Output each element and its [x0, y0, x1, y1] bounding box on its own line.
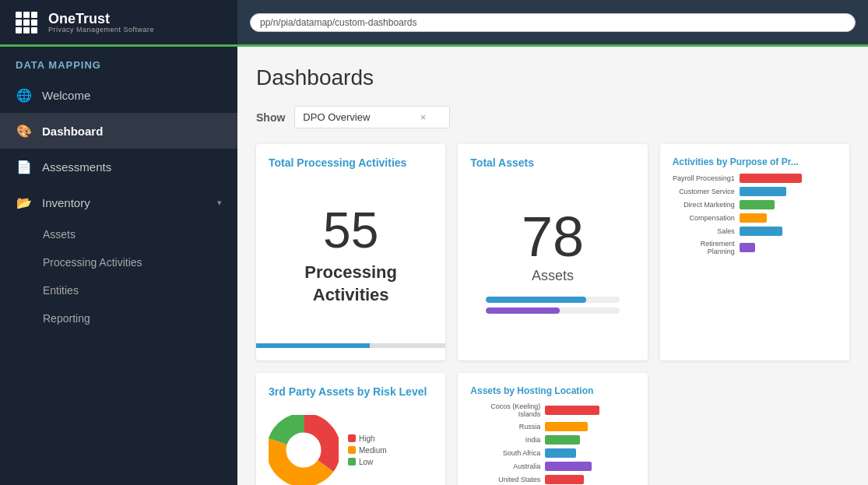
hosting-chart-label: Australia	[470, 462, 540, 470]
purpose-chart-label: Direct Marketing	[673, 201, 735, 209]
hosting-chart-item: India	[470, 435, 634, 445]
folder-icon: 📂	[16, 194, 33, 211]
purpose-chart-bar	[740, 213, 767, 223]
assets-progress-bar-1	[486, 297, 619, 303]
hosting-chart-bar	[545, 475, 584, 484]
purpose-chart-label: Payroll Processing1	[673, 174, 735, 182]
sidebar-sub-item-assets[interactable]: Assets	[0, 220, 237, 248]
sidebar-item-assessments-label: Assessments	[42, 160, 111, 174]
header-logo-area: OneTrust Privacy Management Software	[0, 0, 237, 47]
apps-icon[interactable]	[12, 9, 40, 37]
hosting-chart-label: South Africa	[470, 449, 540, 457]
hosting-chart-item: Russia	[470, 422, 634, 431]
progress-fill-purple	[486, 308, 559, 314]
card-total-assets-title: Total Assets	[470, 156, 634, 169]
card-third-party-assets: 3rd Party Assets by Risk Level High	[256, 373, 445, 485]
pie-legend: High Medium Low	[348, 434, 387, 466]
sidebar-item-dashboard-label: Dashboard	[42, 125, 103, 138]
sidebar-sub-item-reporting[interactable]: Reporting	[0, 304, 237, 332]
pie-area: High Medium Low	[269, 407, 433, 485]
main-content: Dashboards Show DPO Overview × Total Pro…	[237, 47, 868, 485]
activities-purpose-chart: Payroll Processing1 Customer Service Dir…	[673, 174, 837, 255]
hosting-chart-label: Russia	[470, 423, 540, 431]
hosting-title: Assets by Hosting Location	[470, 385, 634, 396]
show-select[interactable]: DPO Overview ×	[294, 106, 450, 128]
sidebar: DATA MAPPING 🌐 Welcome 🎨 Dashboard 📄 Ass…	[0, 47, 237, 485]
url-bar[interactable]: pp/n/pia/datamap/custom-dashboards	[250, 13, 856, 32]
assets-progress-bar-2	[486, 308, 619, 314]
sidebar-item-welcome[interactable]: 🌐 Welcome	[0, 77, 237, 113]
sidebar-item-inventory[interactable]: 📂 Inventory ▾	[0, 185, 237, 220]
activities-purpose-title: Activities by Purpose of Pr...	[673, 156, 837, 167]
logo-text: OneTrust Privacy Management Software	[48, 12, 154, 33]
purpose-chart-item: Compensation	[673, 213, 837, 223]
show-label: Show	[256, 111, 285, 124]
hosting-chart-bar	[545, 462, 592, 471]
card-activities-by-purpose: Activities by Purpose of Pr... Payroll P…	[660, 144, 849, 360]
show-bar: Show DPO Overview ×	[256, 106, 849, 128]
sidebar-item-welcome-label: Welcome	[42, 89, 90, 102]
legend-medium-color	[348, 446, 356, 454]
progress-fill-blue	[486, 297, 585, 303]
hosting-chart-label: United States	[470, 476, 540, 483]
purpose-chart-bar	[740, 200, 775, 209]
assets-content: 78 Assets	[470, 178, 634, 348]
legend-high-label: High	[359, 434, 375, 443]
show-select-close[interactable]: ×	[420, 111, 427, 123]
card-assets-by-hosting: Assets by Hosting Location Cocos (Keelin…	[458, 373, 647, 485]
hosting-chart-label: India	[470, 436, 540, 444]
legend-low-label: Low	[359, 458, 373, 466]
sidebar-item-dashboard[interactable]: 🎨 Dashboard	[0, 113, 237, 149]
card-total-assets: Total Assets 78 Assets	[458, 144, 647, 360]
chevron-down-icon: ▾	[217, 198, 222, 208]
pie-chart	[269, 415, 339, 485]
purpose-chart-bar	[740, 187, 786, 196]
assets-label: Assets	[532, 268, 574, 284]
card-total-processing-title: Total Processing Activities	[269, 156, 433, 169]
sidebar-sub-item-entities[interactable]: Entities	[0, 276, 237, 304]
hosting-chart-bar	[545, 406, 599, 415]
purpose-chart-item: Retirement Planning	[673, 240, 837, 255]
assets-progress	[486, 297, 619, 318]
header-url-bar: pp/n/pia/datamap/custom-dashboards	[237, 0, 868, 47]
purpose-chart-item: Payroll Processing1	[673, 174, 837, 183]
purpose-chart-bar	[740, 227, 782, 236]
sidebar-item-inventory-label: Inventory	[42, 196, 90, 209]
processing-label: Processing Activities	[304, 262, 397, 306]
hosting-chart-item: Cocos (Keeling) Islands	[470, 402, 634, 418]
hosting-chart-bar	[545, 422, 588, 431]
purpose-chart-item: Sales	[673, 227, 837, 236]
logo-subtitle: Privacy Management Software	[48, 26, 154, 33]
third-party-title: 3rd Party Assets by Risk Level	[269, 385, 433, 398]
sidebar-item-assessments[interactable]: 📄 Assessments	[0, 149, 237, 185]
dashboard-cards: Total Processing Activities 55 Processin…	[256, 144, 849, 485]
purpose-chart-bar	[740, 174, 802, 183]
hosting-chart-item: South Africa	[470, 448, 634, 458]
processing-number: 55	[323, 206, 378, 255]
purpose-chart-label: Sales	[673, 227, 735, 235]
assets-number: 78	[522, 209, 584, 265]
card-total-processing-content: 55 Processing Activities	[269, 178, 433, 334]
show-select-value: DPO Overview	[303, 111, 370, 123]
purpose-chart-item: Direct Marketing	[673, 200, 837, 209]
card-total-processing: Total Processing Activities 55 Processin…	[256, 144, 445, 360]
sidebar-sub-item-processing-activities[interactable]: Processing Activities	[0, 248, 237, 276]
globe-icon: 🌐	[16, 86, 33, 104]
hosting-chart-item: Australia	[470, 462, 634, 471]
palette-icon: 🎨	[16, 122, 33, 139]
legend-high-color	[348, 434, 356, 442]
hosting-chart: Cocos (Keeling) Islands Russia India Sou…	[470, 402, 634, 485]
app-body: DATA MAPPING 🌐 Welcome 🎨 Dashboard 📄 Ass…	[0, 47, 868, 485]
hosting-chart-item: United States	[470, 475, 634, 484]
purpose-chart-label: Compensation	[673, 214, 735, 222]
page-title: Dashboards	[256, 65, 849, 90]
purpose-chart-item: Customer Service	[673, 187, 837, 196]
hosting-chart-label: Cocos (Keeling) Islands	[470, 402, 540, 418]
legend-low-color	[348, 458, 356, 466]
hosting-chart-bar	[545, 435, 580, 445]
purpose-chart-label: Retirement Planning	[673, 240, 735, 255]
logo-name: OneTrust	[48, 12, 154, 26]
processing-progress-bar	[256, 343, 445, 348]
purpose-chart-label: Customer Service	[673, 188, 735, 195]
legend-medium-label: Medium	[359, 446, 387, 455]
